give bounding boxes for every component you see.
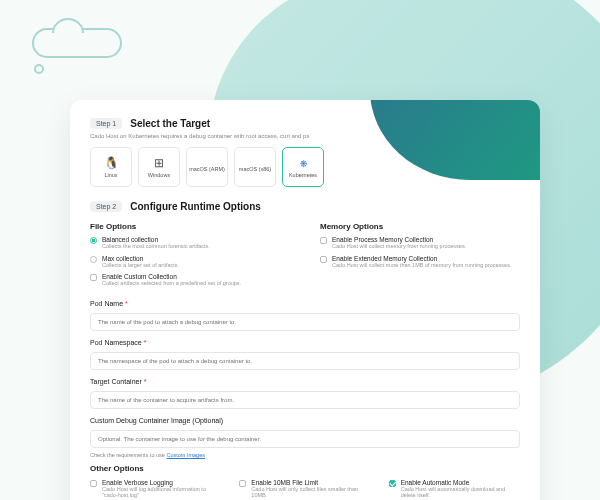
checkbox-icon — [320, 256, 327, 263]
target-kubernetes[interactable]: ⎈ Kubernetes — [282, 147, 324, 187]
cloud-dot — [34, 64, 44, 74]
check-custom-collection[interactable]: Enable Custom Collection Collect artifac… — [90, 273, 290, 287]
opt-label: Enable Verbose Logging — [102, 479, 221, 486]
radio-balanced[interactable]: Balanced collection Collects the most co… — [90, 236, 290, 250]
opt-label: Max collection — [102, 255, 179, 262]
opt-desc: Cado Host will log additional informatio… — [102, 486, 221, 499]
checkbox-icon — [239, 480, 246, 487]
opt-desc: Collects the most common forensic artifa… — [102, 243, 210, 250]
check-process-memory[interactable]: Enable Process Memory Collection Cado Ho… — [320, 236, 520, 250]
opt-label: Enable Automatic Mode — [401, 479, 520, 486]
step1-title: Select the Target — [130, 118, 210, 129]
step1-chip: Step 1 — [90, 118, 122, 129]
opt-label: Enable 10MB File Limit — [251, 479, 370, 486]
checkbox-icon — [389, 480, 396, 487]
check-10mb-limit[interactable]: Enable 10MB File Limit Cado Host will on… — [239, 479, 370, 499]
opt-label: Enable Extended Memory Collection — [332, 255, 511, 262]
target-windows[interactable]: ⊞ Windows — [138, 147, 180, 187]
step1-subtitle: Cado Host on Kubernetes requires a debug… — [90, 133, 520, 139]
step2-row: Step 2 Configure Runtime Options — [90, 201, 520, 212]
windows-icon: ⊞ — [154, 157, 164, 169]
radio-icon — [90, 237, 97, 244]
file-options-header: File Options — [90, 222, 290, 231]
radio-icon — [90, 256, 97, 263]
opt-label: Balanced collection — [102, 236, 210, 243]
step2-title: Configure Runtime Options — [130, 201, 261, 212]
opt-desc: Cado Host will only collect files smalle… — [251, 486, 370, 499]
pod-namespace-input[interactable] — [90, 352, 520, 370]
check-extended-memory[interactable]: Enable Extended Memory Collection Cado H… — [320, 255, 520, 269]
target-label: Windows — [148, 172, 170, 178]
pod-name-input[interactable] — [90, 313, 520, 331]
target-label: macOS (x86) — [239, 166, 271, 172]
step2-chip: Step 2 — [90, 201, 122, 212]
step1-row: Step 1 Select the Target — [90, 118, 520, 129]
target-container-input[interactable] — [90, 391, 520, 409]
kubernetes-icon: ⎈ — [300, 157, 307, 169]
custom-image-input[interactable] — [90, 430, 520, 448]
cloud-decoration — [32, 28, 122, 58]
target-macos-arm[interactable]: macOS (ARM) — [186, 147, 228, 187]
memory-options-header: Memory Options — [320, 222, 520, 231]
target-macos-x86[interactable]: macOS (x86) — [234, 147, 276, 187]
opt-desc: Cado Host will collect more than 1MB of … — [332, 262, 511, 269]
target-label: Kubernetes — [289, 172, 317, 178]
other-options-header: Other Options — [90, 464, 520, 473]
checkbox-icon — [90, 480, 97, 487]
checkbox-icon — [320, 237, 327, 244]
target-label: Linux — [104, 172, 117, 178]
custom-images-link[interactable]: Custom Images — [166, 452, 205, 458]
opt-desc: Cado Host will collect memory from runni… — [332, 243, 466, 250]
checkbox-icon — [90, 274, 97, 281]
opt-desc: Collects a larger set of artifacts. — [102, 262, 179, 269]
pod-name-label: Pod Name * — [90, 300, 520, 307]
opt-desc: Collect artifacts selected from a predef… — [102, 280, 241, 287]
target-list: 🐧 Linux ⊞ Windows macOS (ARM) macOS (x86… — [90, 147, 520, 187]
target-container-label: Target Container * — [90, 378, 520, 385]
custom-image-label: Custom Debug Container Image (Optional) — [90, 417, 520, 424]
linux-icon: 🐧 — [104, 157, 119, 169]
target-label: macOS (ARM) — [189, 166, 225, 172]
target-linux[interactable]: 🐧 Linux — [90, 147, 132, 187]
opt-label: Enable Process Memory Collection — [332, 236, 466, 243]
custom-image-hint: Check the requirements to use Custom Ima… — [90, 452, 520, 458]
config-card: Step 1 Select the Target Cado Host on Ku… — [70, 100, 540, 500]
opt-desc: Cado Host will automatically download an… — [401, 486, 520, 499]
pod-namespace-label: Pod Namespace * — [90, 339, 520, 346]
check-verbose-logging[interactable]: Enable Verbose Logging Cado Host will lo… — [90, 479, 221, 499]
check-automatic-mode[interactable]: Enable Automatic Mode Cado Host will aut… — [389, 479, 520, 499]
radio-max[interactable]: Max collection Collects a larger set of … — [90, 255, 290, 269]
opt-label: Enable Custom Collection — [102, 273, 241, 280]
